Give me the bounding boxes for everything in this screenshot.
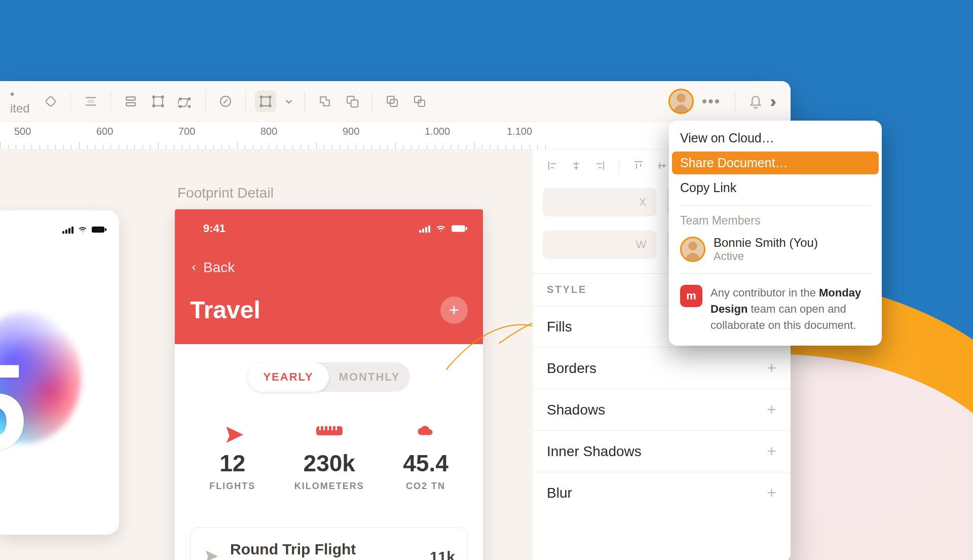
align-vcenter-icon[interactable] — [656, 160, 668, 172]
add-blur-icon[interactable]: + — [767, 483, 776, 502]
svg-rect-4 — [154, 97, 163, 106]
add-shadow-icon[interactable]: + — [767, 400, 776, 419]
stat-co2: 45.4 CO2 TN — [403, 422, 448, 492]
svg-rect-31 — [466, 227, 467, 230]
shadows-row[interactable]: Shadows+ — [533, 389, 791, 430]
stat-kilometers: 230k KILOMETERS — [294, 422, 364, 492]
cloud-icon — [403, 422, 448, 442]
team-access-note: m Any contributor in the Monday Design t… — [669, 279, 882, 335]
align-left-icon[interactable] — [547, 160, 559, 172]
svg-point-12 — [179, 105, 181, 107]
wifi-icon — [435, 224, 446, 233]
svg-point-18 — [260, 105, 262, 107]
distribute-vertical-icon[interactable] — [80, 91, 101, 112]
share-menu: View on Cloud… Share Document… Copy Link… — [669, 121, 882, 346]
stat-flights: 12 FLIGHTS — [209, 422, 255, 492]
bool-intersect-icon[interactable] — [382, 91, 403, 112]
chevron-left-icon — [190, 262, 198, 274]
current-user-avatar[interactable] — [668, 89, 694, 114]
svg-rect-15 — [261, 97, 270, 106]
svg-point-11 — [188, 98, 190, 100]
align-stack-icon[interactable] — [120, 91, 141, 112]
trip-card[interactable]: Round Trip Flight 19 Nov19 Nov 11k — [190, 527, 468, 560]
battery-icon — [452, 225, 468, 233]
peek-digit: 5 — [0, 337, 27, 477]
size-w-field[interactable]: W — [543, 231, 657, 259]
svg-rect-9 — [178, 99, 188, 106]
svg-rect-1 — [88, 100, 93, 102]
screen-title: Travel — [190, 296, 260, 324]
back-button[interactable]: Back — [190, 259, 468, 276]
status-time: 9:41 — [203, 222, 226, 235]
transform-icon[interactable] — [175, 91, 196, 112]
wifi-icon — [78, 226, 88, 236]
svg-point-19 — [269, 105, 271, 107]
svg-rect-29 — [105, 228, 106, 231]
align-hcenter-icon[interactable] — [570, 160, 582, 172]
svg-rect-2 — [126, 97, 135, 100]
ruler-icon — [294, 422, 364, 442]
segment-monthly[interactable]: MONTHLY — [329, 370, 410, 384]
svg-point-39 — [688, 242, 697, 251]
toolbar-overflow-icon[interactable]: ›› — [770, 91, 780, 111]
team-member-row[interactable]: Bonnie Smith (You) Active — [669, 231, 882, 268]
svg-rect-3 — [126, 102, 135, 105]
team-members-header: Team Members — [669, 211, 882, 231]
group-resize-icon[interactable] — [147, 91, 169, 112]
notifications-icon[interactable] — [746, 92, 765, 110]
share-menu-trigger-icon[interactable]: ••• — [699, 93, 724, 110]
shape-diamond-icon[interactable] — [40, 91, 61, 112]
phone-header: 9:41 Back Travel + — [175, 209, 483, 344]
inner-shadows-row[interactable]: Inner Shadows+ — [533, 430, 791, 472]
position-x-field[interactable]: X — [543, 188, 657, 216]
segment-control[interactable]: YEARLY MONTHLY — [248, 362, 410, 392]
svg-rect-28 — [92, 227, 104, 233]
member-avatar — [680, 237, 705, 262]
blur-row[interactable]: Blur+ — [533, 472, 791, 513]
svg-rect-0 — [45, 96, 56, 106]
plane-small-icon — [203, 547, 218, 560]
svg-point-27 — [677, 93, 686, 102]
signal-icon — [419, 225, 430, 233]
edit-pencil-icon[interactable] — [215, 91, 236, 112]
svg-point-16 — [260, 96, 262, 98]
svg-point-13 — [188, 105, 190, 107]
svg-point-17 — [269, 96, 271, 98]
symbol-dropdown-chevron-icon[interactable] — [282, 91, 295, 112]
toolbar-truncated-text: •ited — [10, 87, 30, 116]
svg-point-8 — [161, 104, 163, 106]
svg-rect-25 — [418, 100, 425, 106]
bool-difference-icon[interactable] — [409, 91, 430, 112]
svg-point-5 — [153, 96, 155, 98]
bool-subtract-icon[interactable] — [342, 91, 363, 112]
svg-rect-21 — [351, 100, 358, 107]
menu-copy-link[interactable]: Copy Link — [669, 175, 882, 200]
align-right-icon[interactable] — [593, 160, 606, 172]
add-border-icon[interactable]: + — [767, 359, 776, 378]
svg-rect-34 — [323, 426, 325, 430]
artboard-phone[interactable]: 9:41 Back Travel + — [175, 209, 483, 560]
svg-rect-24 — [415, 96, 421, 103]
menu-view-on-cloud[interactable]: View on Cloud… — [669, 126, 882, 151]
add-button[interactable]: + — [440, 296, 468, 324]
artboard-peek[interactable]: 5 — [0, 210, 119, 535]
borders-row[interactable]: Borders+ — [533, 347, 791, 389]
toolbar: •ited ••• ›› — [0, 81, 791, 122]
signal-icon — [62, 226, 73, 234]
svg-point-6 — [161, 96, 163, 98]
team-badge-icon: m — [680, 285, 702, 307]
align-top-icon[interactable] — [632, 160, 645, 172]
svg-rect-33 — [319, 426, 321, 430]
battery-icon — [92, 226, 107, 236]
svg-point-7 — [153, 104, 155, 106]
bool-union-icon[interactable] — [314, 91, 335, 112]
segment-yearly[interactable]: YEARLY — [248, 362, 329, 392]
create-symbol-icon[interactable] — [255, 91, 276, 112]
svg-rect-37 — [335, 426, 337, 430]
canvas[interactable]: 5 Footprint Detail 9:41 Back — [0, 150, 532, 560]
artboard-label[interactable]: Footprint Detail — [177, 185, 274, 201]
add-inner-shadow-icon[interactable]: + — [767, 442, 776, 461]
menu-share-document[interactable]: Share Document… — [672, 152, 879, 174]
svg-rect-35 — [327, 426, 329, 430]
svg-point-10 — [179, 98, 181, 100]
